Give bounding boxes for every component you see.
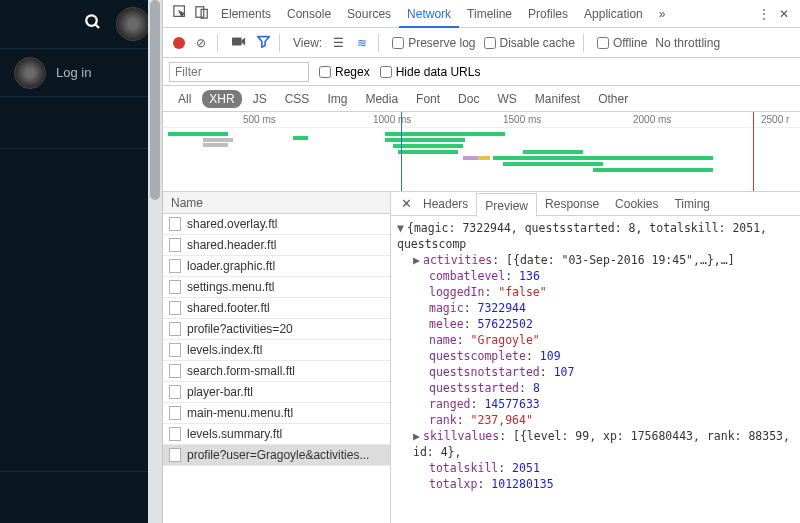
type-doc[interactable]: Doc (451, 90, 486, 108)
tick: 2500 r (761, 114, 789, 125)
tab-profiles[interactable]: Profiles (520, 0, 576, 28)
type-manifest[interactable]: Manifest (528, 90, 587, 108)
domcontent-line (401, 112, 402, 191)
detail-tab-response[interactable]: Response (537, 192, 607, 216)
request-name: shared.overlay.ftl (187, 217, 278, 231)
request-name: levels.index.ftl (187, 343, 262, 357)
request-item[interactable]: settings.menu.ftl (163, 277, 390, 298)
device-icon[interactable] (191, 5, 213, 22)
type-media[interactable]: Media (358, 90, 405, 108)
sidebar-blank (0, 148, 162, 471)
document-icon (169, 322, 181, 336)
svg-rect-5 (232, 38, 242, 46)
tab-elements[interactable]: Elements (213, 0, 279, 28)
detail-tab-preview[interactable]: Preview (476, 193, 537, 217)
svg-rect-3 (196, 7, 204, 18)
request-item[interactable]: main-menu.menu.ftl (163, 403, 390, 424)
tick: 500 ms (243, 114, 276, 125)
filter-input[interactable] (169, 62, 309, 82)
preview-line: totalxp: 101280135 (397, 476, 794, 492)
request-item[interactable]: shared.header.ftl (163, 235, 390, 256)
request-item[interactable]: loader.graphic.ftl (163, 256, 390, 277)
disable-cache-checkbox[interactable]: Disable cache (484, 36, 575, 50)
type-css[interactable]: CSS (278, 90, 317, 108)
request-name: search.form-small.ftl (187, 364, 295, 378)
request-list-header[interactable]: Name (163, 192, 390, 214)
sidebar-login-row[interactable]: Log in (0, 48, 162, 96)
sidebar-spacer (0, 471, 162, 523)
filter-icon[interactable] (255, 35, 271, 51)
type-font[interactable]: Font (409, 90, 447, 108)
type-img[interactable]: Img (320, 90, 354, 108)
detail-tab-timing[interactable]: Timing (666, 192, 718, 216)
document-icon (169, 217, 181, 231)
regex-checkbox[interactable]: Regex (319, 65, 370, 79)
preview-line: rank: "237,964" (397, 412, 794, 428)
sidebar-scrollbar[interactable] (148, 0, 162, 523)
document-icon (169, 427, 181, 441)
type-other[interactable]: Other (591, 90, 635, 108)
request-item[interactable]: shared.overlay.ftl (163, 214, 390, 235)
request-name: main-menu.menu.ftl (187, 406, 293, 420)
request-item[interactable]: levels.summary.ftl (163, 424, 390, 445)
network-main: Name shared.overlay.ftlshared.header.ftl… (163, 192, 800, 523)
tick: 1000 ms (373, 114, 411, 125)
avatar-small (14, 57, 46, 89)
inspect-icon[interactable] (169, 5, 191, 22)
tab-more[interactable]: » (651, 0, 674, 28)
type-all[interactable]: All (171, 90, 198, 108)
request-item[interactable]: levels.index.ftl (163, 340, 390, 361)
record-button[interactable] (173, 37, 185, 49)
type-js[interactable]: JS (246, 90, 274, 108)
document-icon (169, 238, 181, 252)
request-item[interactable]: shared.footer.ftl (163, 298, 390, 319)
request-item[interactable]: profile?activities=20 (163, 319, 390, 340)
request-name: loader.graphic.ftl (187, 259, 275, 273)
detail-tab-cookies[interactable]: Cookies (607, 192, 666, 216)
search-icon[interactable] (84, 13, 102, 36)
preview-line: magic: 7322944 (397, 300, 794, 316)
preview-body[interactable]: ▼{magic: 7322944, questsstarted: 8, tota… (391, 216, 800, 523)
request-name: levels.summary.ftl (187, 427, 282, 441)
request-name: shared.footer.ftl (187, 301, 270, 315)
view-waterfall-icon[interactable]: ≋ (354, 36, 370, 50)
sidebar-spacer (0, 96, 162, 148)
tab-sources[interactable]: Sources (339, 0, 399, 28)
type-xhr[interactable]: XHR (202, 90, 241, 108)
preview-line: questsnotstarted: 107 (397, 364, 794, 380)
request-item[interactable]: profile?user=Gragoyle&activities... (163, 445, 390, 466)
preview-line: ▶activities: [{date: "03-Sep-2016 19:45"… (397, 252, 794, 268)
request-item[interactable]: player-bar.ftl (163, 382, 390, 403)
detail-tabs: ✕ Headers Preview Response Cookies Timin… (391, 192, 800, 216)
close-detail-icon[interactable]: ✕ (397, 196, 415, 211)
request-item[interactable]: search.form-small.ftl (163, 361, 390, 382)
svg-line-1 (95, 24, 99, 28)
tab-application[interactable]: Application (576, 0, 651, 28)
hide-dataurl-checkbox[interactable]: Hide data URLs (380, 65, 481, 79)
tab-timeline[interactable]: Timeline (459, 0, 520, 28)
camera-icon[interactable] (231, 35, 247, 50)
tab-console[interactable]: Console (279, 0, 339, 28)
request-list: Name shared.overlay.ftlshared.header.ftl… (163, 192, 391, 523)
request-name: player-bar.ftl (187, 385, 253, 399)
preserve-log-checkbox[interactable]: Preserve log (392, 36, 475, 50)
type-filter-row: All XHR JS CSS Img Media Font Doc WS Man… (163, 86, 800, 112)
request-name: settings.menu.ftl (187, 280, 274, 294)
type-ws[interactable]: WS (490, 90, 523, 108)
avatar[interactable] (116, 7, 150, 41)
clear-icon[interactable]: ⊘ (193, 36, 209, 50)
detail-tab-headers[interactable]: Headers (415, 192, 476, 216)
tab-network[interactable]: Network (399, 0, 459, 28)
document-icon (169, 343, 181, 357)
preview-line: ranged: 14577633 (397, 396, 794, 412)
filter-row: Regex Hide data URLs (163, 58, 800, 86)
view-list-icon[interactable]: ☰ (330, 36, 346, 50)
preview-line: melee: 57622502 (397, 316, 794, 332)
document-icon (169, 385, 181, 399)
kebab-icon[interactable]: ⋮ (754, 7, 774, 21)
throttle-select[interactable]: No throttling (655, 36, 720, 50)
timeline-overview[interactable]: 500 ms 1000 ms 1500 ms 2000 ms 2500 r (163, 112, 800, 192)
close-icon[interactable]: ✕ (774, 7, 794, 21)
scroll-thumb[interactable] (150, 0, 160, 200)
offline-checkbox[interactable]: Offline (597, 36, 647, 50)
